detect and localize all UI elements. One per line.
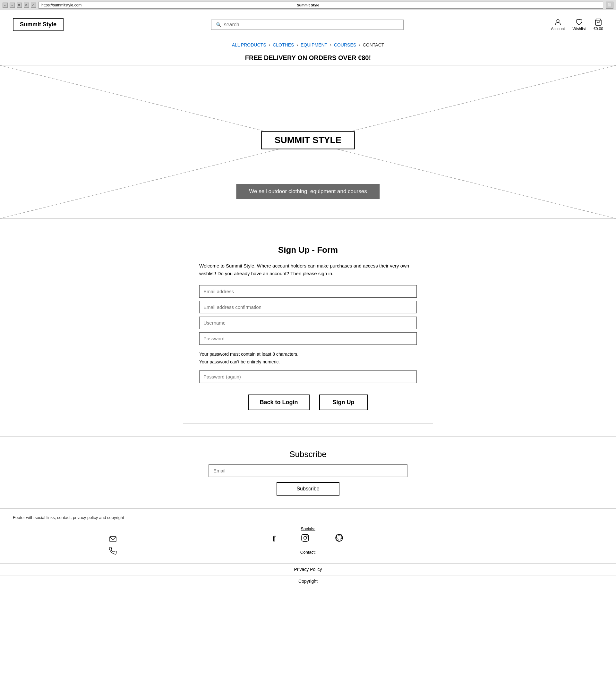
nav-clothes[interactable]: CLOTHES — [273, 42, 294, 47]
account-icon — [554, 18, 562, 26]
home-button[interactable]: ⌂ — [31, 3, 36, 8]
email-confirm-field[interactable] — [199, 301, 417, 313]
sign-up-button[interactable]: Sign Up — [319, 395, 368, 410]
password-hint: Your password must contain at least 8 ch… — [199, 351, 417, 366]
privacy-policy-link[interactable]: Privacy Policy — [294, 567, 322, 572]
facebook-icon[interactable]: f — [273, 534, 276, 543]
promo-text: FREE DELIVERY ON ORDERS OVER €80! — [245, 54, 371, 61]
hero-title: SUMMIT STYLE — [261, 131, 355, 149]
nav-equipment[interactable]: EQUIPMENT — [301, 42, 327, 47]
nav-sep-2: › — [296, 42, 298, 47]
browser-nav-buttons: ← → ↺ ✕ ⌂ — [3, 3, 36, 8]
hero-image-placeholder: SUMMIT STYLE We sell outdoor clothing, e… — [0, 65, 616, 219]
password-hint-2: Your password can't be entirely numeric. — [199, 358, 417, 366]
hero-section: SUMMIT STYLE We sell outdoor clothing, e… — [0, 65, 616, 219]
svg-point-0 — [557, 20, 559, 22]
nav-sep-1: › — [268, 42, 270, 47]
password-field[interactable] — [199, 332, 417, 345]
wishlist-icon-item[interactable]: Wishlist — [573, 18, 586, 31]
nav-sep-4: › — [359, 42, 360, 47]
forward-button[interactable]: → — [9, 3, 15, 8]
stop-button[interactable]: ✕ — [24, 3, 29, 8]
subscribe-title: Subscribe — [289, 449, 327, 459]
email-field[interactable] — [199, 285, 417, 298]
subscribe-button[interactable]: Subscribe — [277, 482, 339, 495]
hero-subtitle: We sell outdoor clothing, equipment and … — [236, 184, 379, 199]
logo-button[interactable]: Summit Style — [13, 18, 64, 31]
back-to-login-button[interactable]: Back to Login — [248, 395, 309, 410]
form-actions: Back to Login Sign Up — [199, 395, 417, 410]
social-icons-row: f — [273, 534, 344, 544]
footer-description: Footer with social links, contact, priva… — [13, 515, 603, 520]
account-icon-item[interactable]: Account — [551, 18, 565, 31]
wishlist-label: Wishlist — [573, 27, 586, 31]
footer-contact-icons — [109, 535, 603, 556]
account-label: Account — [551, 27, 565, 31]
github-icon[interactable] — [335, 534, 343, 544]
phone-icon[interactable] — [109, 547, 117, 556]
svg-point-4 — [307, 536, 307, 536]
header-icons: Account Wishlist €0.00 — [551, 18, 603, 31]
wishlist-icon — [575, 18, 583, 26]
search-icon: 🔍 — [216, 22, 221, 27]
cart-label: €0.00 — [594, 27, 603, 31]
copyright-text: Copyright — [299, 579, 317, 584]
subscribe-email-input[interactable] — [208, 464, 408, 477]
username-field[interactable] — [199, 316, 417, 329]
cart-icon — [594, 18, 602, 26]
form-title: Sign Up - Form — [199, 245, 417, 255]
url-text: https://summitstyle.com — [41, 3, 82, 7]
contact-label: Contact: — [300, 550, 316, 555]
refresh-button[interactable]: ↺ — [17, 3, 22, 8]
privacy-policy-bar: Privacy Policy — [0, 563, 616, 575]
cart-icon-item[interactable]: €0.00 — [594, 18, 603, 31]
browser-title: Summit Style — [297, 3, 319, 7]
footer-section: Footer with social links, contact, priva… — [0, 509, 616, 563]
nav-sep-3: › — [330, 42, 331, 47]
search-input[interactable] — [224, 22, 399, 28]
password-again-field[interactable] — [199, 371, 417, 383]
email-icon[interactable] — [109, 535, 117, 545]
address-bar[interactable]: https://summitstyle.com — [39, 2, 603, 9]
browser-extension[interactable]: ⬜ — [606, 2, 613, 9]
nav-all-products[interactable]: ALL PRODUCTS — [232, 42, 266, 47]
subscribe-section: Subscribe Subscribe — [0, 437, 616, 509]
site-header: Summit Style 🔍 Account Wishlist €0.00 — [0, 10, 616, 39]
promo-banner: FREE DELIVERY ON ORDERS OVER €80! — [0, 51, 616, 65]
nav-courses[interactable]: COURSES — [334, 42, 356, 47]
browser-chrome: Summit Style ← → ↺ ✕ ⌂ https://summitsty… — [0, 0, 616, 10]
signup-form-container: Sign Up - Form Welcome to Summit Style. … — [183, 232, 433, 423]
password-hint-1: Your password must contain at least 8 ch… — [199, 351, 417, 358]
form-description: Welcome to Summit Style. Where account h… — [199, 262, 417, 278]
signup-form-section: Sign Up - Form Welcome to Summit Style. … — [0, 219, 616, 437]
copyright-bar: Copyright — [0, 575, 616, 587]
back-button[interactable]: ← — [3, 3, 8, 8]
nav-bar: ALL PRODUCTS › CLOTHES › EQUIPMENT › COU… — [0, 39, 616, 51]
search-bar-container: 🔍 — [211, 20, 403, 30]
nav-contact: CONTACT — [363, 42, 384, 47]
instagram-icon[interactable] — [301, 534, 309, 544]
svg-rect-2 — [302, 534, 309, 541]
svg-point-3 — [304, 536, 307, 539]
socials-label: Socials: — [301, 526, 315, 531]
